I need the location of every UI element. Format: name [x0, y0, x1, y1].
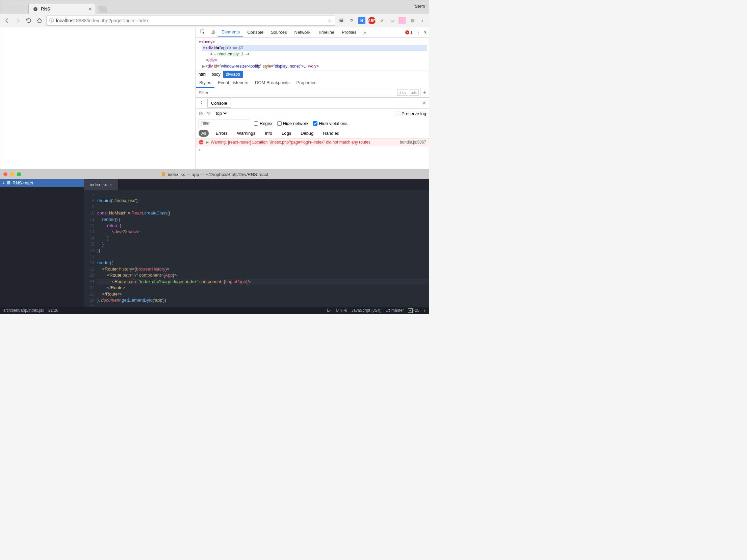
styles-filter-input[interactable] [196, 88, 396, 97]
extension-icon[interactable]: 📦 [338, 17, 345, 24]
error-source-link[interactable]: bundle.js:3067 [400, 140, 426, 145]
tab-properties[interactable]: Properties [293, 78, 320, 88]
abp-extension-icon[interactable]: ABP [368, 17, 376, 24]
hov-toggle[interactable]: :hov [397, 90, 408, 96]
pill-logs[interactable]: Logs [279, 130, 294, 137]
console-menu-icon[interactable]: ⋮ [199, 100, 204, 106]
tab-more-icon[interactable]: » [360, 28, 369, 37]
reload-button[interactable] [25, 17, 33, 25]
console-filter-input[interactable] [199, 120, 249, 127]
git-branch[interactable]: ⎇ master [386, 308, 404, 313]
console-level-pills: All Errors Warnings Info Logs Debug Hand… [196, 128, 429, 138]
breadcrumb-item[interactable]: div#app [223, 71, 243, 78]
devtools-settings-icon[interactable]: ⋮ [416, 30, 420, 35]
clear-console-icon[interactable]: ⊘ [199, 110, 203, 117]
tab-elements[interactable]: Elements [218, 27, 243, 37]
home-button[interactable] [35, 17, 44, 25]
new-tab-button[interactable] [97, 6, 108, 12]
console-drawer-tab[interactable]: Console [207, 99, 231, 108]
tab-profiles[interactable]: Profiles [338, 28, 360, 37]
folder-icon: 🖥 [6, 180, 10, 185]
chrome-menu-icon[interactable]: ⋮ [419, 17, 426, 24]
tab-styles[interactable]: Styles [196, 78, 214, 88]
pill-handled[interactable]: Handled [320, 130, 342, 137]
code-area[interactable]: 78910111213141516171819202122232425 requ… [84, 190, 429, 307]
status-icon[interactable]: ⬥ [423, 308, 426, 313]
hide-violations-checkbox[interactable]: Hide violations [313, 121, 347, 126]
expand-arrow-icon[interactable]: ▶ [206, 140, 209, 145]
close-window-icon[interactable] [3, 172, 7, 176]
close-tab-icon[interactable]: × [110, 182, 112, 187]
preserve-log-checkbox[interactable]: Preserve log [396, 111, 426, 116]
git-changes[interactable]: ++25 [408, 308, 419, 313]
tab-event-listeners[interactable]: Event Listeners [214, 78, 252, 88]
cls-toggle[interactable]: .cls [409, 90, 419, 96]
status-file-path[interactable]: src/client/app/index.jsx [3, 308, 44, 313]
hide-network-checkbox[interactable]: Hide network [277, 121, 309, 126]
extension-icon[interactable] [398, 17, 406, 24]
minimize-window-icon[interactable] [10, 172, 14, 176]
breadcrumb-item[interactable]: body [209, 71, 223, 78]
maximize-window-icon[interactable] [17, 172, 21, 176]
extension-icons: 📦 ↻ N ABP ⎚ ▭ ▩ ⋮ [338, 17, 426, 24]
filter-icon[interactable]: ▽ [207, 111, 210, 116]
pill-errors[interactable]: Errors [213, 130, 230, 137]
project-root[interactable]: › 🖥 RNS-react [0, 179, 84, 187]
dom-tree[interactable]: ▼<body> ▼<div id="app"> == $0 <!-- react… [196, 37, 429, 71]
cast-icon[interactable]: ⎚ [378, 17, 386, 24]
profile-label[interactable]: Steffi [415, 4, 425, 9]
tab-console[interactable]: Console [244, 28, 267, 37]
tab-sources[interactable]: Sources [267, 28, 290, 37]
breadcrumb-item[interactable]: html [196, 71, 209, 78]
address-bar[interactable]: ⓘ localhost:8888/index.php?page=login--i… [46, 16, 335, 26]
code-lines[interactable]: require('./index.less'); const NoMatch =… [97, 190, 429, 307]
chevron-right-icon: › [3, 180, 4, 185]
close-tab-icon[interactable]: × [88, 6, 92, 12]
editor-tab[interactable]: index.jsx × [84, 179, 119, 190]
regex-checkbox[interactable]: Regex [254, 121, 273, 126]
close-window-icon[interactable] [5, 6, 9, 10]
tab-network[interactable]: Network [291, 28, 314, 37]
extension-icon[interactable]: ↻ [348, 17, 355, 24]
tab-dom-breakpoints[interactable]: DOM Breakpoints [252, 78, 293, 88]
svg-rect-7 [162, 172, 165, 176]
devtools-close-icon[interactable]: × [424, 29, 427, 35]
console-prompt[interactable]: › [196, 146, 429, 154]
window-title: index.jsx — app — ~/Dropbox/Steffi/Dev/R… [168, 172, 268, 177]
editor-sidebar[interactable]: › 🖥 RNS-react [0, 179, 84, 307]
context-select[interactable]: top [214, 110, 228, 116]
back-button[interactable] [3, 17, 11, 25]
extension-icon[interactable]: ▭ [388, 17, 396, 24]
forward-button[interactable] [14, 17, 22, 25]
pill-debug[interactable]: Debug [298, 130, 316, 137]
inspect-element-icon[interactable] [198, 29, 207, 35]
svg-rect-3 [211, 30, 214, 34]
dom-breadcrumb[interactable]: html body div#app [196, 71, 429, 78]
bookmark-star-icon[interactable]: ☆ [328, 18, 332, 23]
device-toggle-icon[interactable] [208, 29, 217, 35]
mac-traffic-lights [2, 4, 26, 13]
add-style-button[interactable]: + [420, 88, 429, 97]
status-language-mode[interactable]: JavaScript (JSX) [351, 308, 381, 313]
pill-all[interactable]: All [199, 130, 209, 137]
pill-info[interactable]: Info [262, 130, 275, 137]
maximize-window-icon[interactable] [19, 6, 23, 10]
minimize-window-icon[interactable] [12, 6, 16, 10]
site-info-icon[interactable]: ⓘ [49, 18, 54, 24]
line-gutter: 78910111213141516171819202122232425 [84, 190, 97, 307]
status-cursor-pos[interactable]: 21:26 [48, 308, 58, 313]
pill-warnings[interactable]: Warnings [234, 130, 258, 137]
status-encoding[interactable]: UTF-8 [336, 308, 347, 313]
error-count-badge[interactable]: × 1 [405, 30, 412, 35]
tab-timeline[interactable]: Timeline [314, 28, 338, 37]
console-close-icon[interactable]: × [422, 100, 426, 107]
status-line-ending[interactable]: LF [327, 308, 332, 313]
error-icon: ⛔ [199, 140, 204, 145]
git-branch-icon: ⎇ [386, 308, 390, 313]
extension-icon[interactable]: ▩ [409, 17, 416, 24]
console-drawer: ⋮ Console × ⊘ ▽ top Preserve log Regex H… [196, 97, 429, 169]
browser-tab[interactable]: ⊙ RNS × [28, 4, 96, 14]
console-error-row[interactable]: ⛔ ▶ Warning: [react-router] Location "/i… [196, 138, 429, 146]
extension-icon[interactable]: N [358, 17, 365, 24]
chrome-toolbar: ⓘ localhost:8888/index.php?page=login--i… [0, 14, 429, 27]
